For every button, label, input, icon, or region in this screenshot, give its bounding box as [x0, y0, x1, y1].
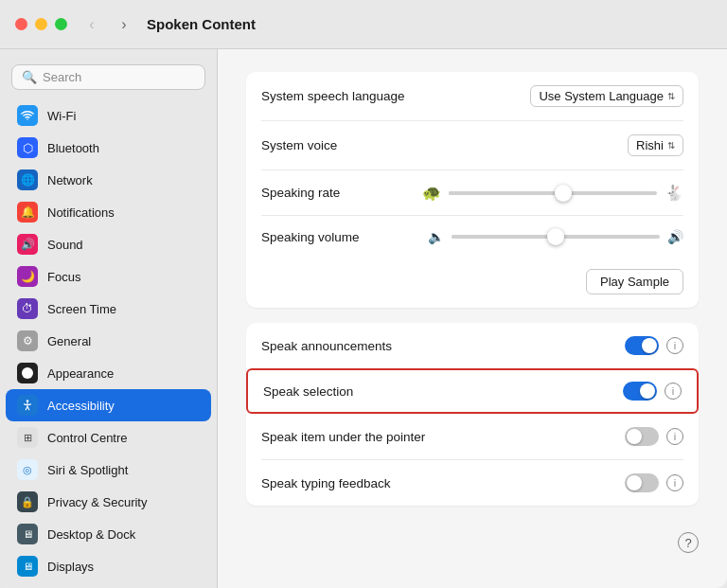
speak-typing-feedback-info-button[interactable]: i	[666, 474, 683, 491]
maximize-button[interactable]	[55, 18, 67, 30]
general-icon: ⚙	[17, 330, 38, 351]
speak-announcements-info-button[interactable]: i	[666, 337, 683, 354]
sidebar-item-wifi[interactable]: Wi-Fi	[6, 99, 211, 132]
sidebar-item-accessibility[interactable]: Accessibility	[6, 389, 211, 421]
speak-selection-row: Speak selection i	[246, 368, 699, 414]
speak-announcements-controls: i	[625, 336, 683, 355]
speak-selection-info-button[interactable]: i	[665, 383, 682, 400]
search-icon: 🔍	[22, 70, 37, 84]
desktop-icon: 🖥	[17, 524, 38, 544]
sidebar-label-screentime: Screen Time	[47, 302, 116, 316]
bluetooth-icon: ⬡	[17, 137, 38, 158]
system-speech-language-dropdown[interactable]: Use System Language ⇅	[530, 85, 683, 107]
speak-item-pointer-toggle[interactable]	[625, 427, 659, 446]
sidebar-label-sound: Sound	[47, 238, 83, 252]
play-sample-button[interactable]: Play Sample	[586, 269, 683, 294]
main-content: System speech language Use System Langua…	[218, 49, 727, 588]
bottom-settings-group: Speak announcements i Speak selection	[246, 323, 699, 506]
sidebar-label-network: Network	[47, 173, 93, 187]
sidebar-item-bluetooth[interactable]: ⬡ Bluetooth	[6, 132, 211, 164]
speaking-volume-label: Speaking volume	[261, 230, 360, 244]
search-container: 🔍 Search	[0, 59, 217, 99]
chevron-up-down-icon-voice: ⇅	[667, 140, 675, 151]
speak-item-pointer-label: Speak item under the pointer	[261, 430, 425, 444]
speak-selection-controls: i	[623, 382, 682, 401]
sidebar-item-displays[interactable]: 🖥 Displays	[6, 550, 211, 582]
system-voice-label: System voice	[261, 138, 337, 152]
speak-selection-toggle-thumb	[640, 383, 655, 399]
forward-button[interactable]: ›	[111, 14, 137, 35]
svg-point-0	[22, 367, 33, 379]
system-voice-dropdown[interactable]: Rishi ⇅	[628, 134, 683, 156]
sidebar-label-notifications: Notifications	[47, 205, 115, 220]
sidebar-label-general: General	[47, 334, 91, 348]
play-sample-row: Play Sample	[261, 258, 683, 308]
speak-typing-feedback-toggle-thumb	[627, 475, 642, 490]
controlcentre-icon: ⊞	[17, 427, 38, 448]
speak-typing-feedback-row: Speak typing feedback i	[261, 459, 683, 506]
accessibility-icon	[17, 395, 38, 416]
sidebar-item-siri[interactable]: ◎ Siri & Spotlight	[6, 454, 211, 486]
back-button[interactable]: ‹	[79, 14, 105, 35]
speak-typing-feedback-label: Speak typing feedback	[261, 476, 391, 490]
sidebar-item-network[interactable]: 🌐 Network	[6, 164, 211, 196]
speaking-volume-slider-container: 🔈 🔊	[428, 229, 683, 244]
volume-high-icon: 🔊	[667, 229, 683, 244]
traffic-lights	[15, 18, 67, 30]
sidebar-item-focus[interactable]: 🌙 Focus	[6, 260, 211, 293]
close-button[interactable]	[15, 18, 27, 30]
network-icon: 🌐	[17, 169, 38, 190]
sidebar-label-controlcentre: Control Centre	[47, 431, 128, 445]
speak-announcements-toggle-thumb	[642, 338, 657, 353]
speak-typing-feedback-toggle[interactable]	[625, 473, 659, 492]
privacy-icon: 🔒	[17, 491, 38, 512]
appearance-icon	[17, 363, 38, 383]
chevron-up-down-icon: ⇅	[667, 91, 675, 101]
sidebar-label-accessibility: Accessibility	[47, 399, 115, 413]
sidebar-label-displays: Displays	[47, 560, 94, 574]
system-speech-language-label: System speech language	[261, 89, 405, 103]
sidebar-item-wallpaper[interactable]: 🖼 Wallpaper	[6, 582, 211, 588]
sidebar-item-sound[interactable]: 🔊 Sound	[6, 228, 211, 260]
sound-icon: 🔊	[17, 234, 38, 255]
sidebar-item-privacy[interactable]: 🔒 Privacy & Security	[6, 486, 211, 518]
notifications-icon: 🔔	[17, 202, 38, 223]
displays-icon: 🖥	[17, 556, 38, 577]
sidebar-label-appearance: Appearance	[47, 366, 114, 381]
volume-low-icon: 🔈	[428, 229, 444, 244]
speak-item-pointer-toggle-thumb	[627, 429, 642, 444]
window: ‹ › Spoken Content 🔍 Search Wi-Fi ⬡	[0, 0, 727, 588]
sidebar-item-desktop[interactable]: 🖥 Desktop & Dock	[6, 518, 211, 550]
sidebar-label-wifi: Wi-Fi	[47, 109, 76, 123]
help-button[interactable]: ?	[678, 532, 699, 553]
sidebar-item-controlcentre[interactable]: ⊞ Control Centre	[6, 421, 211, 454]
focus-icon: 🌙	[17, 266, 38, 287]
sidebar-item-general[interactable]: ⚙ General	[6, 325, 211, 357]
window-title: Spoken Content	[147, 16, 256, 32]
speaking-volume-row: Speaking volume 🔈 🔊	[261, 215, 683, 258]
sidebar-item-notifications[interactable]: 🔔 Notifications	[6, 196, 211, 228]
speak-item-pointer-controls: i	[625, 427, 683, 446]
speak-announcements-row: Speak announcements i	[261, 323, 683, 368]
speaking-rate-label: Speaking rate	[261, 186, 340, 200]
speaking-rate-slider[interactable]	[449, 191, 657, 195]
nav-buttons: ‹ ›	[79, 14, 137, 35]
sidebar-item-appearance[interactable]: Appearance	[6, 357, 211, 389]
sidebar-label-focus: Focus	[47, 270, 80, 284]
speak-selection-toggle[interactable]	[623, 382, 657, 401]
top-settings-group: System speech language Use System Langua…	[246, 72, 699, 308]
search-box[interactable]: 🔍 Search	[11, 64, 205, 90]
speak-announcements-label: Speak announcements	[261, 339, 392, 353]
speaking-rate-row: Speaking rate 🐢 🐇	[261, 169, 683, 215]
minimize-button[interactable]	[35, 18, 47, 30]
speak-selection-label: Speak selection	[263, 384, 353, 399]
speak-announcements-toggle[interactable]	[625, 336, 659, 355]
speaking-volume-slider[interactable]	[452, 235, 660, 239]
sidebar-label-privacy: Privacy & Security	[47, 495, 147, 509]
system-speech-language-row: System speech language Use System Langua…	[261, 72, 683, 120]
wifi-icon	[17, 105, 38, 126]
speak-item-pointer-info-button[interactable]: i	[666, 428, 683, 445]
sidebar-label-desktop: Desktop & Dock	[47, 527, 135, 542]
sidebar-item-screentime[interactable]: ⏱ Screen Time	[6, 293, 211, 325]
speaking-rate-fast-icon: 🐇	[665, 184, 683, 202]
